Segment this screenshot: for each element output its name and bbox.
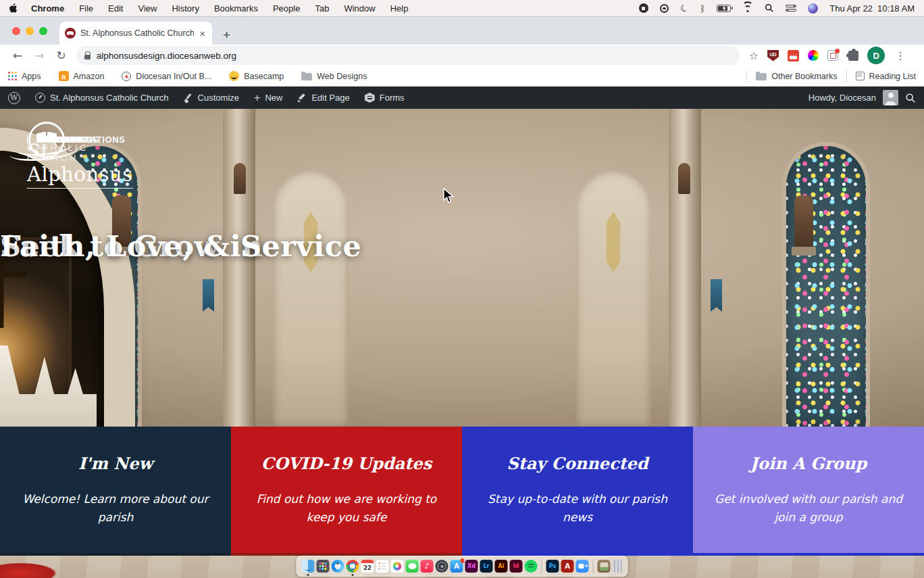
bookmark-label: Apps: [22, 72, 41, 81]
wp-howdy[interactable]: Howdy, Diocesan: [808, 93, 876, 103]
dock-downloads-icon[interactable]: [598, 560, 611, 573]
minimize-window-button[interactable]: [26, 27, 34, 35]
screen-record-icon[interactable]: [639, 3, 648, 13]
menu-window[interactable]: Window: [344, 3, 375, 14]
dock-safari-icon[interactable]: [332, 560, 344, 573]
dock-reminders-icon[interactable]: [376, 560, 389, 573]
dock-trash-icon[interactable]: [613, 560, 623, 573]
wifi-icon[interactable]: [742, 4, 753, 12]
wp-forms[interactable]: Forms: [365, 93, 405, 103]
nav-contact-us[interactable]: CONTACT US: [27, 135, 109, 145]
dock-indesign-icon[interactable]: Id: [510, 560, 523, 573]
battery-icon[interactable]: [717, 5, 731, 12]
menu-edit[interactable]: Edit: [108, 3, 123, 14]
wp-user-avatar[interactable]: [883, 90, 898, 105]
menu-bookmarks[interactable]: Bookmarks: [214, 3, 258, 14]
wp-customize[interactable]: Customize: [184, 93, 239, 103]
site-search-icon[interactable]: [45, 133, 57, 146]
card-title: COVID-19 Updates: [261, 454, 432, 473]
bookmark-label: Reading List: [869, 72, 917, 81]
siri-icon[interactable]: [808, 3, 818, 14]
card-title: Join A Group: [750, 454, 867, 473]
banner: [203, 279, 214, 312]
card-stay-connected[interactable]: Stay Connected Stay up-to-date with our …: [462, 427, 693, 553]
menu-history[interactable]: History: [172, 3, 199, 14]
paintbrush-icon: [184, 93, 193, 103]
url-text[interactable]: alphonsusdesign.diocesanweb.org: [97, 51, 236, 61]
control-center-icon[interactable]: [786, 5, 796, 12]
bookmark-star-icon[interactable]: ☆: [749, 49, 759, 62]
menu-help[interactable]: Help: [390, 3, 409, 14]
menu-people[interactable]: People: [273, 3, 300, 14]
reading-list[interactable]: Reading List: [856, 72, 917, 81]
menu-view[interactable]: View: [138, 3, 157, 14]
dock-app-store-icon[interactable]: A: [451, 560, 463, 573]
menu-tab[interactable]: Tab: [315, 3, 329, 14]
card-im-new[interactable]: I'm New Welcome! Learn more about our pa…: [0, 427, 231, 553]
active-tab[interactable]: St. Alphonsus Catholic Church ×: [59, 22, 212, 45]
extensions-puzzle-icon[interactable]: [848, 51, 858, 61]
chrome-toolbar: ← → ↻ alphonsusdesign.diocesanweb.org ☆ …: [0, 45, 924, 66]
dock-finder-icon[interactable]: [302, 560, 315, 573]
dock-illustrator-icon[interactable]: Ai: [495, 560, 508, 573]
profile-avatar[interactable]: D: [867, 47, 885, 64]
wp-logo-menu[interactable]: W: [8, 92, 20, 104]
bookmark-basecamp[interactable]: Basecamp: [229, 71, 284, 81]
dock-spotify-icon[interactable]: [525, 560, 538, 573]
dock-chrome-icon[interactable]: [346, 560, 359, 573]
folder-icon: [301, 73, 312, 80]
basecamp-icon: [229, 71, 239, 81]
creative-cloud-icon[interactable]: [660, 4, 669, 13]
bookmark-web-designs[interactable]: Web Designs: [301, 72, 367, 81]
bookmark-apps[interactable]: Apps: [8, 72, 41, 81]
dock-adobe-xd-icon[interactable]: Xd: [465, 560, 478, 573]
page-marker-extension-icon[interactable]: [827, 50, 838, 61]
card-text: Get involved with our parish and join a …: [705, 490, 912, 526]
menu-bar-clock[interactable]: Thu Apr 22 10:18 AM: [829, 3, 915, 14]
close-window-button[interactable]: [12, 27, 20, 35]
wp-site-menu[interactable]: St. Alphonsus Catholic Church: [35, 93, 169, 103]
bookmark-amazon[interactable]: a Amazon: [59, 71, 105, 81]
ublock-extension-icon[interactable]: UD: [767, 50, 779, 62]
back-button[interactable]: ←: [13, 49, 22, 62]
card-join-a-group[interactable]: Join A Group Get involved with our paris…: [693, 427, 924, 553]
wp-search-icon[interactable]: [905, 93, 916, 103]
card-text: Find out how we are working to keep you …: [243, 490, 450, 526]
reload-button[interactable]: ↻: [57, 49, 66, 62]
other-bookmarks[interactable]: Other Bookmarks: [756, 72, 837, 81]
wp-edit-page[interactable]: Edit Page: [297, 93, 349, 103]
menu-file[interactable]: File: [79, 3, 93, 14]
dock-separator: [593, 560, 594, 573]
do-not-disturb-icon[interactable]: ☾: [679, 2, 690, 14]
wp-new[interactable]: + New: [254, 93, 282, 103]
dock-zoom-icon[interactable]: [576, 560, 589, 573]
bookmark-label: Amazon: [74, 72, 105, 81]
diocesan-extension-icon[interactable]: [788, 50, 799, 62]
zoom-window-button[interactable]: [39, 27, 47, 35]
dock-calendar-icon[interactable]: 22: [361, 560, 374, 573]
address-bar[interactable]: alphonsusdesign.diocesanweb.org: [76, 46, 740, 65]
chrome-menu-icon[interactable]: ⋮: [895, 49, 906, 62]
diocesan-icon: +: [122, 72, 131, 81]
dock-camera-icon[interactable]: [436, 560, 448, 573]
dock-acrobat-icon[interactable]: A: [561, 560, 574, 573]
dock-music-icon[interactable]: ♪: [421, 560, 434, 573]
window-controls: [12, 27, 47, 35]
dock-launchpad-icon[interactable]: [317, 560, 330, 573]
new-tab-button[interactable]: +: [223, 30, 230, 40]
bookmark-diocesan[interactable]: + Diocesan In/Out B...: [122, 72, 211, 81]
dock-photoshop-icon[interactable]: Ps: [546, 560, 559, 573]
lock-icon[interactable]: [84, 55, 91, 59]
card-covid-updates[interactable]: COVID-19 Updates Find out how we are wor…: [231, 427, 462, 553]
spotlight-icon[interactable]: [765, 3, 774, 13]
colorpicker-extension-icon[interactable]: [808, 50, 819, 61]
tab-close-icon[interactable]: ×: [198, 28, 207, 39]
bluetooth-icon[interactable]: ᛒ: [700, 3, 705, 14]
amazon-icon: a: [59, 71, 69, 81]
menu-chrome[interactable]: Chrome: [31, 3, 64, 14]
dock-lightroom-icon[interactable]: Lr: [480, 560, 493, 573]
apple-menu-icon[interactable]: [9, 3, 19, 14]
dock-messages-icon[interactable]: [406, 560, 419, 573]
forward-button[interactable]: →: [34, 49, 44, 62]
dock-photos-icon[interactable]: [391, 560, 404, 573]
